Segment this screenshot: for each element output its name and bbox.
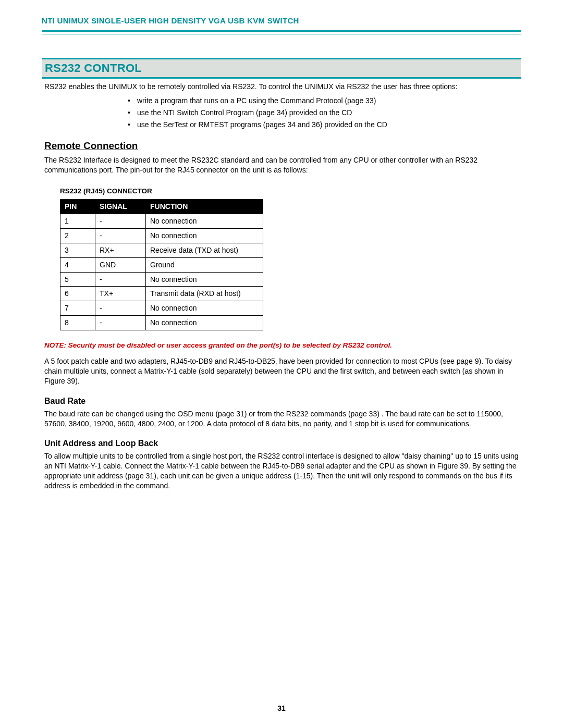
connector-table: PIN SIGNAL FUNCTION 1-No connection 2-No… (60, 199, 263, 330)
baud-rate-heading: Baud Rate (44, 396, 521, 407)
header-rule-bottom (42, 34, 521, 34)
th-function: FUNCTION (146, 200, 263, 214)
page-number: 31 (0, 704, 563, 713)
table-row: 7-No connection (60, 301, 263, 316)
intro-text: RS232 enables the UNIMUX to be remotely … (44, 82, 521, 92)
table-row: 5-No connection (60, 272, 263, 287)
connector-table-title: RS232 (RJ45) CONNECTOR (60, 187, 263, 196)
table-row: 4GNDGround (60, 257, 263, 272)
page-header-title: NTI UNIMUX SINGLE-USER HIGH DENSITY VGA … (42, 16, 521, 26)
connector-table-wrap: RS232 (RJ45) CONNECTOR PIN SIGNAL FUNCTI… (60, 187, 263, 330)
security-note: NOTE: Security must be disabled or user … (44, 341, 521, 350)
th-pin: PIN (60, 200, 95, 214)
table-row: 3RX+Receive data (TXD at host) (60, 243, 263, 257)
unit-address-text: To allow multiple units to be controlled… (44, 451, 521, 491)
unit-address-heading: Unit Address and Loop Back (44, 438, 521, 449)
list-item: write a program that runs on a PC using … (128, 96, 521, 106)
options-list: write a program that runs on a PC using … (128, 96, 521, 130)
list-item: use the SerTest or RMTEST programs (page… (128, 120, 521, 130)
patch-cable-text: A 5 foot patch cable and two adapters, R… (44, 356, 521, 386)
document-page: NTI UNIMUX SINGLE-USER HIGH DENSITY VGA … (0, 0, 563, 728)
table-row: 1-No connection (60, 214, 263, 229)
table-row: 2-No connection (60, 228, 263, 243)
list-item: use the NTI Switch Control Program (page… (128, 108, 521, 118)
th-signal: SIGNAL (95, 200, 146, 214)
table-row: 6TX+Transmit data (RXD at host) (60, 287, 263, 301)
remote-connection-text: The RS232 Interface is designed to meet … (44, 155, 521, 175)
section-banner: RS232 CONTROL (42, 58, 521, 79)
table-row: 8-No connection (60, 316, 263, 330)
baud-rate-text: The baud rate can be changed using the O… (44, 409, 521, 429)
remote-connection-heading: Remote Connection (44, 139, 521, 153)
